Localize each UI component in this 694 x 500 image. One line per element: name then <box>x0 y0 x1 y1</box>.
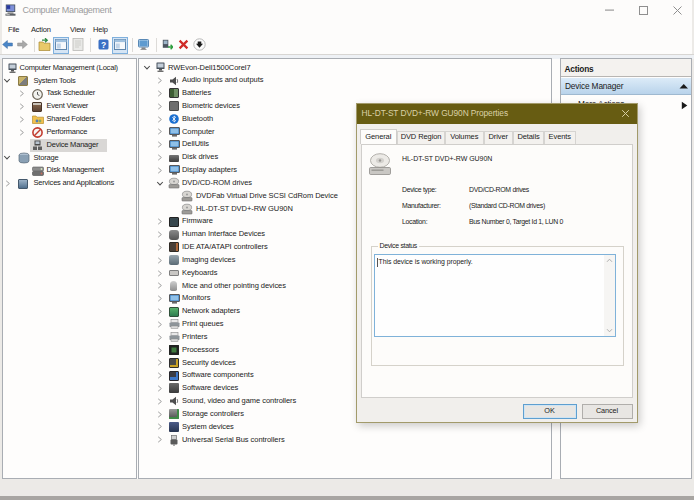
svg-text:?: ? <box>100 40 105 50</box>
